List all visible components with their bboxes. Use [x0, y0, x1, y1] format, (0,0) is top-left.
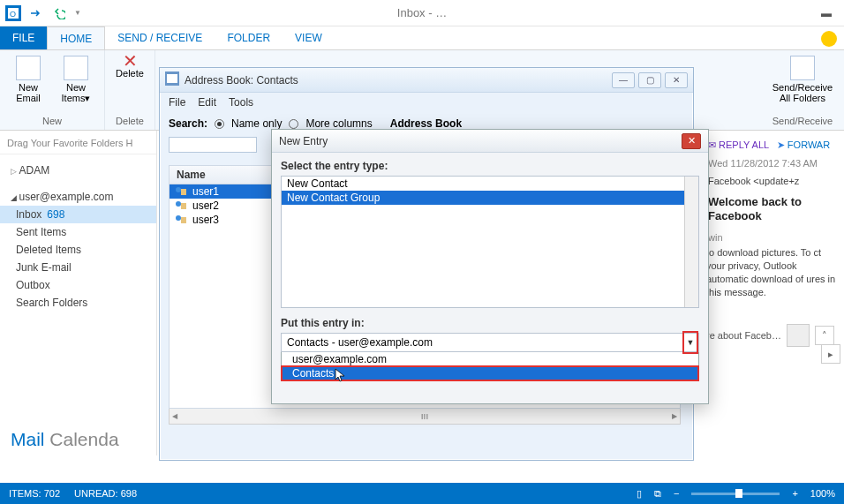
module-calendar[interactable]: Calenda — [49, 429, 118, 449]
new-email-label: New Email — [16, 82, 41, 103]
reading-subject: Welcome back to Facebook — [706, 190, 840, 229]
reading-expand-button[interactable]: ▸ — [821, 344, 840, 364]
contact-icon — [175, 186, 187, 197]
qat-dropdown-icon[interactable]: ▼ — [74, 9, 81, 17]
ab-menu-edit[interactable]: Edit — [198, 96, 216, 109]
delete-icon: ✕ — [123, 56, 138, 66]
ab-menu-tools[interactable]: Tools — [229, 96, 253, 109]
cursor-icon — [335, 368, 347, 385]
forward-icon[interactable]: ➤ — [777, 139, 785, 150]
folder-sent-items[interactable]: Sent Items — [0, 223, 156, 241]
reading-pane: ✉ REPLY ALL ➤ FORWAR Wed 11/28/2012 7:43… — [703, 131, 844, 455]
folder-junk-email[interactable]: Junk E-mail — [0, 259, 156, 276]
group-label-sendrecv: Send/Receive — [768, 116, 837, 126]
folder-deleted-items[interactable]: Deleted Items — [0, 241, 156, 259]
ab-book-label: Address Book — [390, 117, 462, 130]
entry-type-option[interactable]: New Contact Group — [282, 191, 698, 205]
new-entry-close-button[interactable]: ✕ — [682, 133, 701, 149]
tab-send-receive[interactable]: SEND / RECEIVE — [105, 26, 215, 49]
dropdown-option[interactable]: user@example.com — [282, 352, 698, 366]
view-normal-icon[interactable]: ▯ — [637, 488, 642, 500]
ribbon-group-delete: ✕Delete Delete — [105, 50, 155, 130]
reply-all-icon[interactable]: ✉ — [708, 139, 716, 150]
contact-name: user1 — [192, 185, 219, 198]
zoom-in-icon[interactable]: + — [792, 488, 797, 499]
ab-close-button[interactable]: ✕ — [665, 72, 688, 88]
dropdown-option[interactable]: Contacts — [282, 366, 698, 380]
send-receive-button[interactable]: Send/Receive All Folders — [768, 54, 837, 105]
ribbon-tabs: FILE HOME SEND / RECEIVE FOLDER VIEW ? — [0, 26, 844, 49]
select-entry-type-label: Select the entry type: — [281, 160, 699, 172]
reply-all-label[interactable]: REPLY ALL — [719, 139, 769, 150]
ab-minimize-button[interactable]: ― — [612, 72, 635, 88]
avatar-icon — [787, 324, 810, 347]
folder-inbox-label: Inbox — [16, 208, 41, 221]
qat-sendrecv-icon[interactable] — [28, 5, 44, 21]
ab-horizontal-scrollbar[interactable]: ııı — [169, 409, 681, 425]
tab-file[interactable]: FILE — [0, 26, 47, 49]
svg-rect-6 — [181, 189, 186, 195]
group-label-delete: Delete — [112, 116, 147, 126]
reading-download-warning: to download pictures. To ct your privacy… — [706, 246, 840, 299]
new-items-label: New Items▾ — [62, 82, 91, 103]
put-entry-in-options: user@example.com Contacts — [281, 352, 699, 381]
folder-search-folders[interactable]: Search Folders — [0, 294, 156, 312]
contact-icon — [175, 214, 187, 225]
ab-radio-name-only-label: Name only — [231, 117, 282, 130]
tab-view[interactable]: VIEW — [283, 26, 335, 49]
new-items-button[interactable]: New Items▾ — [55, 54, 97, 105]
module-mail[interactable]: Mail — [11, 429, 45, 449]
folder-inbox[interactable]: Inbox698 — [0, 206, 156, 223]
svg-rect-10 — [181, 217, 186, 223]
new-entry-titlebar[interactable]: New Entry ✕ — [272, 130, 708, 153]
qat-undo-icon[interactable] — [51, 5, 67, 21]
svg-text:O: O — [10, 10, 16, 19]
entry-type-listbox[interactable]: New Contact New Contact Group — [281, 176, 699, 308]
folder-outbox[interactable]: Outbox — [0, 276, 156, 294]
dropdown-caret-icon[interactable]: ▼ — [682, 331, 698, 354]
tab-folder[interactable]: FOLDER — [215, 26, 283, 49]
outlook-icon: O — [5, 5, 21, 21]
zoom-slider[interactable] — [691, 493, 780, 495]
view-reading-icon[interactable]: ⧉ — [654, 488, 661, 500]
reading-seeabout[interactable]: re about Faceb… — [706, 330, 781, 341]
ab-radio-more-columns-label: More columns — [305, 117, 372, 130]
ribbon-min-icon[interactable]: ▬ — [814, 4, 839, 22]
module-switcher: Mail Calenda — [11, 429, 156, 450]
status-items: ITEMS: 702 — [9, 488, 60, 499]
reading-date: Wed 11/28/2012 7:43 AM — [706, 154, 840, 172]
ab-radio-more-columns[interactable] — [289, 119, 298, 129]
svg-rect-8 — [181, 203, 186, 209]
smiley-icon[interactable] — [821, 31, 837, 47]
delete-button[interactable]: ✕Delete — [112, 54, 147, 80]
new-email-button[interactable]: New Email — [7, 54, 49, 105]
svg-point-5 — [176, 187, 181, 192]
folder-tree[interactable]: ADAM user@example.com Inbox698 Sent Item… — [0, 154, 156, 319]
folder-pane: Drag Your Favorite Folders H ADAM user@e… — [0, 131, 157, 455]
folder-root-adam[interactable]: ADAM — [0, 162, 156, 179]
zoom-out-icon[interactable]: − — [674, 488, 679, 499]
svg-rect-4 — [167, 74, 177, 83]
new-entry-title: New Entry — [279, 135, 328, 147]
ab-radio-name-only[interactable] — [215, 119, 224, 129]
group-label-new: New — [7, 116, 97, 126]
quick-access-toolbar: O ▼ — [5, 5, 81, 21]
svg-point-7 — [176, 201, 181, 207]
contact-icon — [175, 200, 187, 211]
folder-account[interactable]: user@example.com — [0, 188, 156, 206]
ab-search-input[interactable] — [169, 137, 257, 153]
favorites-placeholder: Drag Your Favorite Folders H — [0, 131, 156, 154]
forward-label[interactable]: FORWAR — [787, 139, 830, 150]
entry-type-scrollbar[interactable] — [684, 177, 698, 307]
title-bar: O ▼ Inbox - … ▬ — [0, 0, 844, 26]
put-entry-in-dropdown[interactable]: Contacts - user@example.com ▼ — [281, 333, 699, 352]
people-pane-toggle[interactable]: ˄ — [815, 326, 834, 345]
ab-menu-file[interactable]: File — [169, 96, 185, 109]
ab-maximize-button[interactable]: ▢ — [638, 72, 661, 88]
address-book-menubar: File Edit Tools — [160, 93, 693, 112]
tab-home[interactable]: HOME — [47, 26, 105, 49]
window-title: Inbox - … — [397, 6, 447, 19]
address-book-titlebar[interactable]: Address Book: Contacts ― ▢ ✕ — [160, 68, 693, 93]
zoom-value: 100% — [810, 488, 835, 499]
entry-type-option[interactable]: New Contact — [282, 177, 698, 191]
